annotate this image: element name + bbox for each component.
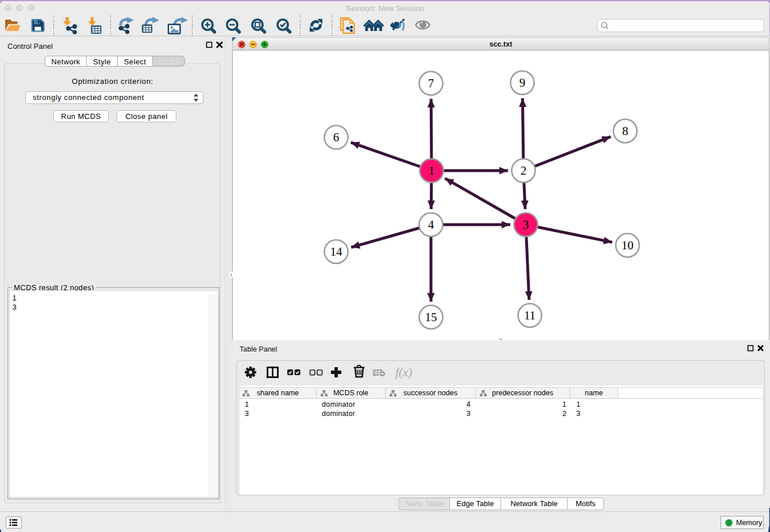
svg-text:9: 9 (519, 76, 526, 90)
svg-text:8: 8 (622, 124, 629, 138)
svg-text:11: 11 (524, 309, 536, 322)
svg-text:2: 2 (521, 164, 527, 178)
svg-text:f(x): f(x) (395, 365, 412, 379)
svg-text:7: 7 (428, 76, 434, 90)
svg-text:3: 3 (523, 218, 529, 232)
svg-text:1: 1 (429, 164, 435, 178)
svg-text:15: 15 (425, 310, 437, 324)
svg-text:10: 10 (622, 238, 634, 252)
svg-text:14: 14 (330, 245, 343, 259)
svg-text:4: 4 (428, 218, 434, 232)
svg-text:6: 6 (333, 130, 340, 144)
